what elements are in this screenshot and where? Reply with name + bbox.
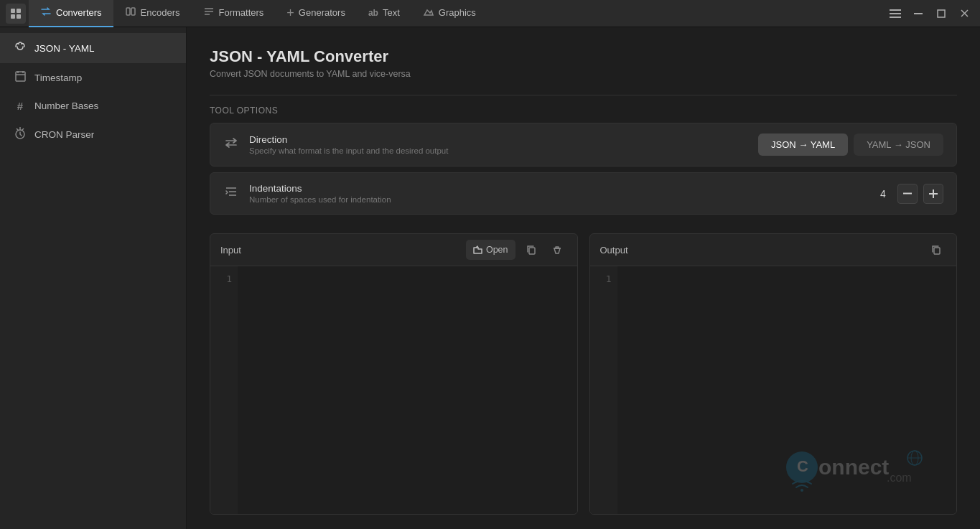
converters-icon: [40, 6, 52, 19]
svg-rect-0: [11, 9, 15, 13]
svg-rect-27: [529, 248, 535, 254]
svg-rect-13: [938, 10, 945, 17]
output-panel: Output 1 C: [589, 233, 958, 515]
svg-rect-5: [131, 8, 135, 15]
direction-controls: JSON → YAML YAML → JSON: [758, 134, 943, 156]
output-panel-title: Output: [600, 245, 921, 256]
app-icon: [6, 4, 26, 24]
direction-desc: Specify what format is the input and the…: [249, 146, 758, 155]
svg-rect-1: [17, 9, 21, 13]
number-bases-icon: #: [13, 100, 27, 112]
svg-rect-16: [16, 72, 25, 81]
json-yaml-icon: [13, 40, 27, 56]
titlebar-controls: [885, 4, 974, 24]
tool-options-section: Tool options Direction Specify what form…: [210, 106, 957, 220]
nav-tabs: Converters Encoders Formatters + Generat…: [29, 0, 885, 27]
indentation-icon: [223, 184, 239, 202]
yaml-to-json-button[interactable]: YAML → JSON: [854, 134, 943, 156]
indentation-text: Indentations Number of spaces used for i…: [249, 183, 874, 204]
input-panel-body: 1: [210, 266, 577, 514]
sidebar-item-label: JSON - YAML: [34, 43, 95, 54]
sidebar-item-timestamp[interactable]: Timestamp: [0, 63, 186, 93]
main-layout: JSON - YAML Timestamp # Number Bases CRO…: [0, 27, 980, 529]
input-line-numbers: 1: [210, 266, 238, 514]
input-copy-button[interactable]: [521, 240, 541, 260]
direction-text: Direction Specify what format is the inp…: [249, 134, 758, 155]
tool-options-label: Tool options: [210, 106, 957, 116]
encoders-icon: [125, 6, 136, 19]
output-panel-header: Output: [590, 234, 957, 266]
indent-decrease-button[interactable]: [897, 184, 918, 204]
tab-graphics[interactable]: Graphics: [411, 0, 487, 27]
input-panel-title: Input: [220, 245, 460, 256]
page-title: JSON - YAML Converter: [210, 47, 957, 66]
indentation-desc: Number of spaces used for indentation: [249, 195, 874, 204]
minimize-button[interactable]: [908, 4, 928, 24]
svg-rect-9: [890, 9, 901, 11]
tab-generators[interactable]: + Generators: [275, 0, 357, 27]
sidebar-item-label: CRON Parser: [34, 129, 94, 140]
sidebar: JSON - YAML Timestamp # Number Bases CRO…: [0, 27, 187, 529]
tab-formatters[interactable]: Formatters: [192, 0, 276, 27]
input-editor[interactable]: [210, 266, 577, 514]
sidebar-item-label: Number Bases: [34, 100, 98, 111]
direction-icon: [223, 136, 239, 154]
content-area: JSON - YAML Converter Convert JSON docum…: [187, 27, 980, 529]
generators-icon: +: [286, 6, 294, 19]
direction-row: Direction Specify what format is the inp…: [210, 123, 957, 167]
sidebar-item-cron-parser[interactable]: CRON Parser: [0, 119, 186, 149]
svg-rect-24: [903, 193, 912, 195]
output-line-numbers: 1: [590, 266, 617, 514]
svg-rect-11: [890, 17, 901, 18]
formatters-icon: [203, 6, 215, 19]
json-to-yaml-button[interactable]: JSON → YAML: [758, 134, 848, 156]
svg-rect-29: [934, 248, 940, 254]
direction-title: Direction: [249, 134, 758, 145]
sidebar-item-number-bases[interactable]: # Number Bases: [0, 93, 186, 119]
tab-converters[interactable]: Converters: [29, 0, 113, 27]
close-button[interactable]: [954, 4, 974, 24]
output-editor[interactable]: [590, 266, 957, 514]
input-panel: Input Open 1: [210, 233, 578, 515]
text-icon: ab: [368, 8, 378, 18]
input-panel-header: Input Open: [210, 234, 577, 266]
tab-encoders[interactable]: Encoders: [113, 0, 192, 27]
titlebar: Converters Encoders Formatters + Generat…: [0, 0, 980, 27]
divider: [210, 95, 957, 95]
output-panel-body: 1 C onnect: [590, 266, 957, 514]
tab-text[interactable]: ab Text: [357, 0, 411, 27]
sidebar-item-label: Timestamp: [34, 72, 82, 83]
indent-increase-button[interactable]: [923, 184, 943, 204]
graphics-icon: [423, 6, 434, 19]
svg-rect-10: [890, 13, 901, 14]
cron-parser-icon: [13, 126, 27, 142]
timestamp-icon: [13, 70, 27, 85]
indentation-value: 4: [874, 188, 892, 200]
svg-rect-3: [17, 14, 21, 19]
svg-rect-4: [126, 8, 130, 15]
page-subtitle: Convert JSON documents to YAML and vice-…: [210, 69, 957, 79]
indentation-row: Indentations Number of spaces used for i…: [210, 172, 957, 215]
sidebar-item-json-yaml[interactable]: JSON - YAML: [0, 33, 186, 63]
indentation-title: Indentations: [249, 183, 874, 194]
titlebar-left: [6, 4, 29, 24]
svg-rect-26: [929, 193, 938, 195]
svg-rect-12: [914, 13, 923, 14]
indentation-controls: 4: [874, 184, 943, 204]
output-copy-button[interactable]: [926, 240, 946, 260]
editor-panels: Input Open 1: [210, 233, 957, 515]
menu-button[interactable]: [885, 4, 905, 24]
maximize-button[interactable]: [931, 4, 951, 24]
svg-rect-2: [11, 14, 15, 19]
open-file-button[interactable]: Open: [466, 240, 515, 260]
input-clear-button[interactable]: [547, 240, 567, 260]
